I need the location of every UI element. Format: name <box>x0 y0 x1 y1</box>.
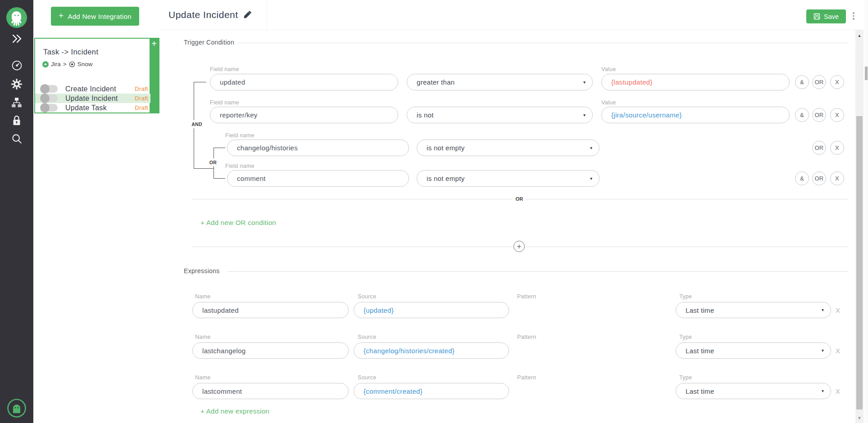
list-item-create-incident[interactable]: Create Incident Draft <box>35 84 150 94</box>
type-column-label: Type <box>679 374 692 381</box>
name-column-label: Name <box>195 334 211 340</box>
integrations-sitemap-icon[interactable] <box>0 97 33 108</box>
or-bracket-stub <box>214 178 225 179</box>
list-item-update-task[interactable]: Update Task Draft <box>35 103 150 112</box>
source-column-label: Source <box>358 374 376 381</box>
type-value: Last time <box>686 347 714 355</box>
expression-type-select[interactable]: Last time ▼ <box>676 342 831 359</box>
remove-condition-button[interactable]: X <box>830 171 844 185</box>
source-column-label: Source <box>358 293 376 300</box>
field-name-label: Field name <box>210 66 239 72</box>
remove-condition-button[interactable]: X <box>830 108 844 122</box>
field-name-label: Field name <box>225 132 254 139</box>
expression-source-input[interactable] <box>354 302 509 318</box>
or-group-label: OR <box>207 158 219 166</box>
chevron-down-icon: ▼ <box>589 176 593 181</box>
status-badge: Draft <box>135 86 148 92</box>
expression-type-select[interactable]: Last time ▼ <box>676 302 831 318</box>
plus-icon: + <box>59 11 64 21</box>
or-condition-button[interactable]: OR <box>812 141 826 155</box>
search-icon[interactable] <box>0 133 33 144</box>
status-badge: Draft <box>135 95 148 102</box>
octopus-logo[interactable] <box>0 7 33 28</box>
chevron-down-icon: ▼ <box>582 113 586 117</box>
field-name-label: Field name <box>225 163 254 169</box>
route-target: Snow <box>77 61 93 68</box>
add-condition-group-button[interactable]: + <box>514 241 525 252</box>
expression-source-input[interactable] <box>354 342 509 359</box>
remove-expression-button[interactable]: X <box>836 347 840 355</box>
kebab-menu[interactable] <box>851 12 856 23</box>
field-name-input[interactable] <box>210 74 398 90</box>
or-condition-button[interactable]: OR <box>812 171 826 185</box>
field-name-input[interactable] <box>210 107 398 123</box>
integration-title: Task -> Incident <box>43 48 98 56</box>
save-button[interactable]: Save <box>806 9 846 23</box>
remove-expression-button[interactable]: X <box>836 387 840 395</box>
integration-route: Jira > Snow <box>42 61 92 68</box>
sync-arrow-icon <box>42 61 49 68</box>
operator-select[interactable]: greater than ▼ <box>407 74 593 90</box>
operator-value: greater than <box>417 78 455 86</box>
expression-name-input[interactable] <box>192 302 349 318</box>
expression-source-input[interactable] <box>354 383 509 399</box>
settings-gear-icon[interactable] <box>0 78 33 90</box>
or-condition-button[interactable]: OR <box>812 75 826 89</box>
operator-select[interactable]: is not ▼ <box>407 107 593 123</box>
content-scrollbar[interactable]: ▲ ▼ <box>855 30 863 423</box>
list-item-update-incident[interactable]: Update Incident Draft <box>35 94 150 103</box>
remove-expression-button[interactable]: X <box>836 306 840 314</box>
plus-icon: + <box>151 39 157 112</box>
toggle-update-task[interactable] <box>41 104 58 112</box>
scroll-up-arrow[interactable]: ▲ <box>855 33 863 38</box>
operator-value: is not empty <box>427 175 464 182</box>
type-column-label: Type <box>679 334 692 340</box>
edit-pencil-icon[interactable] <box>243 11 251 19</box>
operator-select[interactable]: is not empty ▼ <box>417 170 600 187</box>
expression-type-select[interactable]: Last time ▼ <box>676 383 831 399</box>
add-expression-link[interactable]: + Add new expression <box>200 407 269 415</box>
page-scrollbar-thumb[interactable] <box>865 67 868 80</box>
remove-condition-button[interactable]: X <box>830 75 844 89</box>
route-separator: > <box>63 61 67 68</box>
section-rule <box>233 43 848 43</box>
or-condition-button[interactable]: OR <box>812 108 826 122</box>
field-name-input[interactable] <box>227 170 409 187</box>
toggle-update-incident[interactable] <box>41 94 58 102</box>
and-condition-button[interactable]: & <box>795 75 809 89</box>
value-input[interactable] <box>601 74 790 90</box>
expression-name-input[interactable] <box>192 342 349 359</box>
chevron-down-icon: ▼ <box>589 146 593 150</box>
value-input[interactable] <box>601 107 790 123</box>
card-add-strip[interactable]: + <box>150 39 159 112</box>
operator-value: is not <box>417 111 434 119</box>
toggle-create-incident[interactable] <box>41 85 58 93</box>
name-column-label: Name <box>195 293 211 300</box>
pattern-column-label: Pattern <box>517 334 536 340</box>
value-label: Value <box>601 99 616 106</box>
type-value: Last time <box>686 387 714 395</box>
user-avatar[interactable] <box>0 398 33 418</box>
and-bracket-stub <box>194 168 214 169</box>
integration-card[interactable]: + Task -> Incident Jira > Snow C <box>34 38 159 113</box>
operator-select[interactable]: is not empty ▼ <box>417 140 600 156</box>
expressions-section-title: Expressions <box>184 267 223 274</box>
content-scrollbar-thumb[interactable] <box>856 116 863 410</box>
add-new-integration-button[interactable]: + Add New Integration <box>51 7 139 26</box>
expand-chevrons-icon[interactable] <box>0 33 33 44</box>
and-condition-button[interactable]: & <box>795 171 809 185</box>
and-condition-button[interactable]: & <box>795 108 809 122</box>
target-icon <box>69 61 75 68</box>
expression-name-input[interactable] <box>192 383 349 399</box>
remove-condition-button[interactable]: X <box>830 141 844 155</box>
list-item-label: Create Incident <box>65 85 135 93</box>
add-or-condition-link[interactable]: + Add new OR condition <box>200 219 276 226</box>
field-name-input[interactable] <box>227 140 409 156</box>
scroll-down-arrow[interactable]: ▼ <box>855 416 863 420</box>
page-scrollbar[interactable] <box>864 0 868 423</box>
value-label: Value <box>601 66 616 72</box>
chevron-down-icon: ▼ <box>821 389 825 393</box>
security-lock-icon[interactable] <box>0 115 33 126</box>
add-new-integration-label: Add New Integration <box>68 13 132 20</box>
dashboard-icon[interactable] <box>0 60 33 71</box>
